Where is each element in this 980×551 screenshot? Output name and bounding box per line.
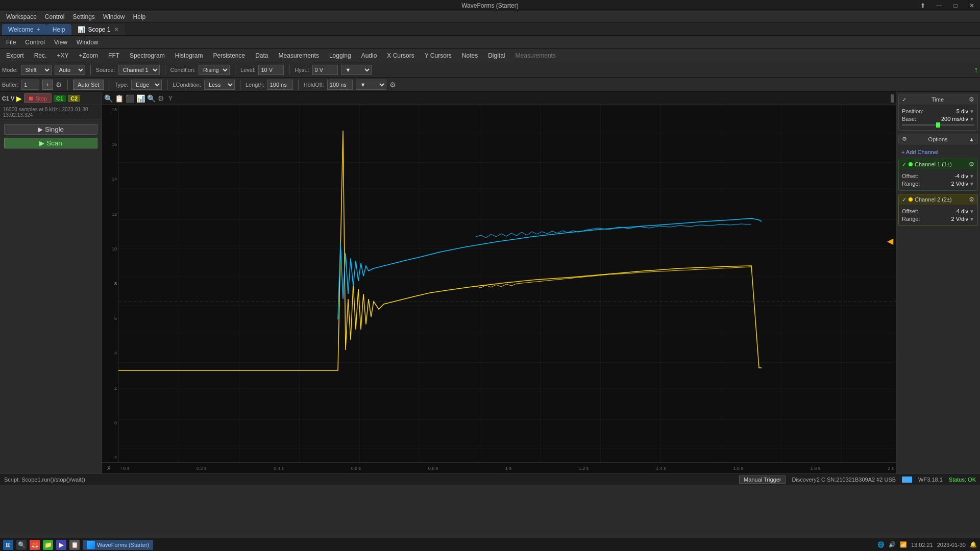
condition-select[interactable]: Rising	[199, 65, 230, 75]
win-restore-icon[interactable]: ⬆	[915, 0, 931, 11]
tab-welcome[interactable]: Welcome +	[2, 24, 46, 35]
holdoff-unit-select[interactable]: ▼	[356, 80, 386, 90]
toolbar-xcursors[interactable]: X Cursors	[383, 51, 418, 60]
manual-trigger-btn[interactable]: Manual Trigger	[739, 475, 786, 484]
tab-scope1[interactable]: 📊 Scope 1 ✕	[71, 24, 125, 35]
c2-badge[interactable]: C2	[68, 95, 80, 102]
hyst-input[interactable]	[312, 65, 338, 75]
zoom-in-btn[interactable]: 🔍	[104, 94, 113, 103]
toolbar-persistence[interactable]: Persistence	[209, 51, 249, 60]
c1-badge[interactable]: C1	[54, 95, 66, 102]
scope-tool3[interactable]: 📊	[136, 94, 145, 103]
time-section-header[interactable]: ✓ Time ⚙	[899, 94, 977, 105]
menu-view[interactable]: View	[50, 38, 71, 47]
scope-scrollbar[interactable]	[891, 94, 894, 103]
toolbar-zoom[interactable]: +Zoom	[75, 51, 102, 60]
ch1-offset-arrow[interactable]: ▼	[969, 173, 974, 179]
ch2-settings-btn[interactable]: ⚙	[969, 196, 974, 203]
tab-add-icon[interactable]: +	[37, 26, 40, 33]
scope-settings-btn[interactable]: ⚙	[158, 94, 164, 103]
waveform-area[interactable]: ◀	[118, 105, 896, 462]
toolbar-measurements[interactable]: Measurements	[275, 51, 323, 60]
toolbar-ycursors[interactable]: Y Cursors	[421, 51, 456, 60]
search-taskbar-icon[interactable]: 🔍	[16, 540, 27, 550]
toolbar-xy[interactable]: +XY	[53, 51, 72, 60]
buffer-input[interactable]	[21, 80, 39, 90]
taskbar-icon-4[interactable]: 📋	[69, 540, 80, 550]
channel-arrow-btn[interactable]: ▶	[16, 94, 22, 103]
waveform-svg	[118, 105, 896, 462]
scan-button[interactable]: ▶ Scan	[4, 138, 97, 148]
time-slider-handle[interactable]	[936, 122, 940, 128]
taskbar-notifications-icon[interactable]: 🔔	[970, 541, 977, 548]
taskbar-icon-2[interactable]: 📁	[43, 540, 53, 550]
lcondition-select[interactable]: Less	[204, 80, 235, 90]
length-input[interactable]	[267, 80, 293, 90]
tab-close-icon[interactable]: ✕	[114, 26, 119, 33]
menu-control[interactable]: Control	[41, 12, 69, 21]
menu-settings[interactable]: Settings	[69, 12, 99, 21]
win-close-icon[interactable]: ✕	[964, 0, 980, 11]
toolbar-histogram[interactable]: Histogram	[171, 51, 207, 60]
ch2-offset-row: Offset: -4 div ▼	[902, 208, 974, 214]
tab-help-label: Help	[53, 26, 65, 33]
base-down-arrow[interactable]: ▼	[969, 116, 974, 122]
time-settings-btn[interactable]: ⚙	[969, 96, 974, 103]
toolbar-meas2[interactable]: Measurements	[511, 51, 560, 60]
ch1-settings-btn[interactable]: ⚙	[969, 161, 974, 168]
level-input[interactable]	[258, 65, 284, 75]
add-channel-btn[interactable]: + Add Channel	[898, 147, 978, 157]
toolbar-spectrogram[interactable]: Spectrogram	[126, 51, 169, 60]
position-down-arrow[interactable]: ▼	[969, 109, 974, 114]
time-slider[interactable]	[902, 124, 974, 126]
auto-select[interactable]: Auto	[55, 65, 85, 75]
win-maximize-icon[interactable]: □	[947, 0, 964, 11]
menu-help[interactable]: Help	[129, 12, 150, 21]
start-icon[interactable]: ⊞	[3, 540, 13, 550]
channel1-header[interactable]: ✓ Channel 1 (1±) ⚙	[899, 159, 977, 169]
ch1-range-arrow[interactable]: ▼	[969, 181, 974, 187]
menu-file[interactable]: File	[2, 38, 20, 47]
stop-button[interactable]: ◼ Stop	[24, 93, 52, 103]
source-select[interactable]: Channel 1	[118, 65, 160, 75]
menu-window2[interactable]: Window	[72, 38, 103, 47]
holdoff-input[interactable]	[327, 80, 353, 90]
buffer-add-btn[interactable]: +	[42, 80, 53, 90]
scope-tool2[interactable]: ⬛	[126, 94, 134, 103]
mode-select[interactable]: Shift	[21, 65, 52, 75]
taskbar-icon-3[interactable]: ▶	[56, 540, 66, 550]
x-label-04: 0.4 s	[274, 466, 284, 471]
tab-help[interactable]: Help	[46, 24, 71, 35]
win-minimize-icon[interactable]: —	[931, 0, 947, 11]
buffer-settings-btn[interactable]: ⚙	[56, 81, 62, 89]
window-controls[interactable]: ⬆ — □ ✕	[915, 0, 980, 11]
toolbar-export[interactable]: Export	[2, 51, 28, 60]
type-select[interactable]: Edge	[131, 80, 162, 90]
holdoff-settings-btn[interactable]: ⚙	[389, 81, 396, 89]
single-button[interactable]: ▶ Single	[4, 124, 97, 135]
channel2-header[interactable]: ✓ Channel 2 (2±) ⚙	[899, 194, 977, 205]
device-info: Discovery2 C SN:210321B309A2 #2 USB	[792, 477, 896, 483]
trigger-arrow[interactable]: ◀	[887, 236, 893, 246]
taskbar-waveforms-app[interactable]: WaveForms (Starter)	[83, 540, 153, 550]
options-expand[interactable]: ▲	[969, 136, 974, 142]
trigger-level-indicator[interactable]: ↑	[974, 65, 978, 74]
toolbar-notes[interactable]: Notes	[458, 51, 482, 60]
ch2-range-arrow[interactable]: ▼	[969, 216, 974, 222]
taskbar-icon-1[interactable]: 🦊	[30, 540, 40, 550]
toolbar-logging[interactable]: Logging	[325, 51, 355, 60]
auto-set-btn[interactable]: Auto Set	[73, 80, 104, 90]
options-header[interactable]: ⚙ Options ▲	[899, 134, 977, 144]
ch2-offset-arrow[interactable]: ▼	[969, 209, 974, 214]
toolbar-rec[interactable]: Rec.	[30, 51, 51, 60]
hyst-select[interactable]: ▼	[341, 65, 372, 75]
zoom-out-btn[interactable]: 🔍	[147, 94, 156, 103]
toolbar-digital[interactable]: Digital	[484, 51, 509, 60]
toolbar-fft[interactable]: FFT	[104, 51, 124, 60]
scope-tool1[interactable]: 📋	[115, 94, 124, 103]
menu-control2[interactable]: Control	[21, 38, 49, 47]
menu-window[interactable]: Window	[99, 12, 129, 21]
toolbar-audio[interactable]: Audio	[357, 51, 381, 60]
menu-workspace[interactable]: Workspace	[2, 12, 41, 21]
toolbar-data[interactable]: Data	[251, 51, 272, 60]
